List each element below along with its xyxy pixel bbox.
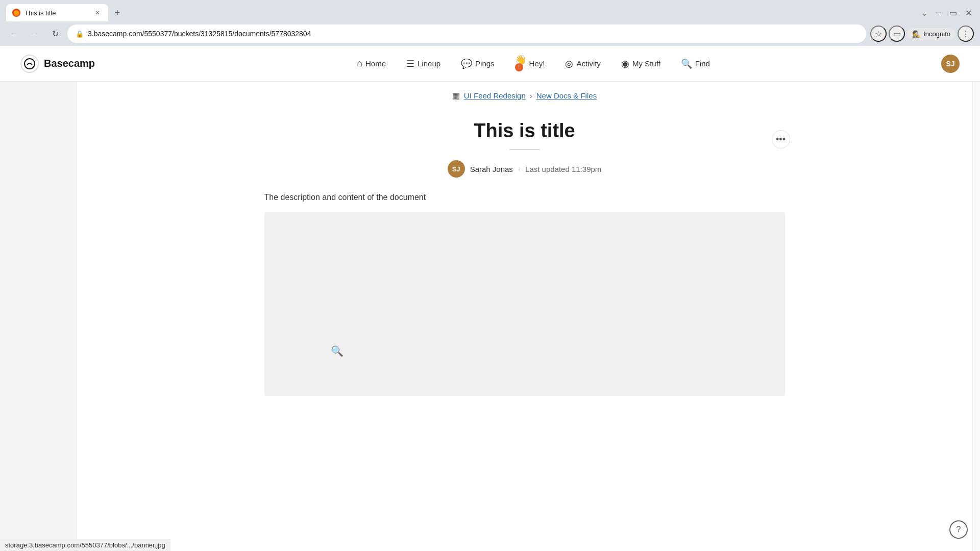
find-icon: 🔍	[681, 58, 692, 69]
logo-text: Basecamp	[44, 58, 95, 69]
nav-pings[interactable]: 💬 Pings	[453, 54, 503, 73]
nav-hey-label: Hey!	[529, 59, 545, 68]
doc-image-area: 🔍	[264, 212, 785, 396]
status-bar: storage.3.basecamp.com/5550377/blobs/...…	[0, 539, 170, 551]
incognito-label: Incognito	[923, 30, 950, 38]
left-sidebar	[0, 82, 77, 551]
lineup-icon: ☰	[406, 58, 414, 69]
incognito-icon: 🕵	[912, 30, 920, 38]
activity-icon: ◎	[565, 58, 573, 69]
mystuff-icon: ◉	[621, 58, 629, 69]
bookmark-button[interactable]: ☆	[870, 26, 887, 42]
nav-home-label: Home	[365, 59, 386, 68]
url-text: 3.basecamp.com/5550377/buckets/31325815/…	[88, 30, 858, 38]
nav-mystuff[interactable]: ◉ My Stuff	[613, 54, 669, 73]
nav-lineup[interactable]: ☰ Lineup	[398, 54, 449, 73]
nav-mystuff-label: My Stuff	[632, 59, 660, 68]
forward-button[interactable]: →	[27, 26, 43, 42]
tab-title: This is title	[24, 9, 89, 17]
new-tab-button[interactable]: +	[110, 6, 125, 20]
tab-favicon: 🟠	[12, 9, 20, 17]
breadcrumb-separator: ›	[530, 91, 532, 100]
doc-author-avatar: SJ	[448, 160, 465, 178]
nav-find-label: Find	[695, 59, 710, 68]
status-url: storage.3.basecamp.com/5550377/blobs/...…	[5, 541, 165, 549]
breadcrumb-parent-link[interactable]: UI Feed Redesign	[464, 91, 526, 100]
doc-divider	[509, 149, 540, 150]
nav-home[interactable]: ⌂ Home	[349, 54, 394, 73]
hey-badge: !	[515, 63, 523, 71]
breadcrumb-current-link[interactable]: New Docs & Files	[536, 91, 597, 100]
nav-pings-label: Pings	[475, 59, 495, 68]
close-button[interactable]: ✕	[963, 6, 974, 20]
browser-tab[interactable]: 🟠 This is title ✕	[6, 4, 108, 21]
breadcrumb: ▦ UI Feed Redesign › New Docs & Files	[77, 82, 972, 110]
logo-mark	[20, 55, 39, 73]
zoom-cursor-icon: 🔍	[331, 345, 344, 357]
minimize-button[interactable]: ─	[934, 6, 943, 19]
back-button[interactable]: ←	[6, 26, 22, 42]
nav-hey[interactable]: 👋 ! Hey!	[507, 50, 553, 78]
basecamp-logo[interactable]: Basecamp	[20, 55, 95, 73]
incognito-indicator: 🕵 Incognito	[907, 28, 955, 40]
doc-title: This is title	[264, 120, 785, 142]
window-controls: ⌄ ─ ▭ ✕	[919, 6, 974, 20]
right-sidebar	[972, 82, 980, 551]
nav-find[interactable]: 🔍 Find	[673, 54, 718, 73]
doc-separator: ·	[518, 165, 520, 173]
doc-meta: SJ Sarah Jonas · Last updated 11:39pm	[264, 160, 785, 178]
maximize-button[interactable]: ▭	[947, 6, 959, 20]
docs-icon: ▦	[452, 91, 460, 101]
more-options-button[interactable]: •••	[772, 130, 790, 148]
home-icon: ⌂	[357, 58, 362, 69]
more-options-button[interactable]: ⋮	[958, 26, 974, 42]
reload-button[interactable]: ↻	[47, 26, 63, 42]
nav-activity[interactable]: ◎ Activity	[557, 54, 609, 73]
address-bar[interactable]: 🔒 3.basecamp.com/5550377/buckets/3132581…	[67, 24, 866, 43]
tab-close-button[interactable]: ✕	[93, 8, 102, 17]
lock-icon: 🔒	[76, 30, 84, 38]
minimize-icon[interactable]: ⌄	[919, 6, 929, 20]
nav-items: ⌂ Home ☰ Lineup 💬 Pings 👋 ! Hey! ◎ Activ	[126, 50, 941, 78]
help-button[interactable]: ?	[949, 520, 968, 539]
document-container: ••• This is title SJ Sarah Jonas · Last …	[244, 120, 805, 416]
nav-lineup-label: Lineup	[418, 59, 440, 68]
doc-description: The description and content of the docum…	[264, 193, 785, 202]
doc-last-updated: Last updated 11:39pm	[525, 165, 601, 173]
main-content: ▦ UI Feed Redesign › New Docs & Files ••…	[77, 82, 972, 551]
sidebar-button[interactable]: ▭	[889, 26, 905, 42]
user-avatar[interactable]: SJ	[941, 55, 960, 73]
nav-activity-label: Activity	[576, 59, 601, 68]
pings-icon: 💬	[461, 58, 472, 69]
basecamp-nav: Basecamp ⌂ Home ☰ Lineup 💬 Pings 👋 ! Hey…	[0, 46, 980, 82]
doc-author-name: Sarah Jonas	[470, 165, 513, 173]
